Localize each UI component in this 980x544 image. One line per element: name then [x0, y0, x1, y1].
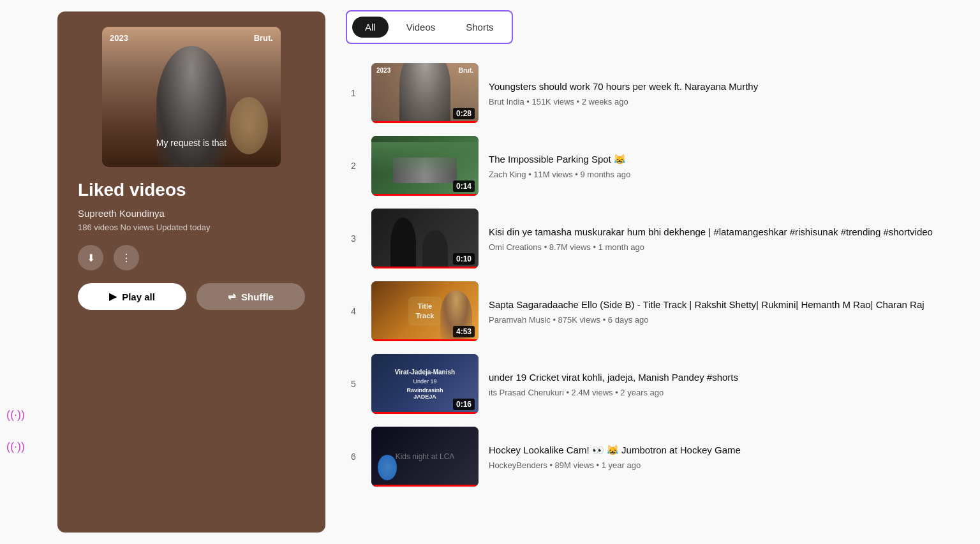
video-duration: 0:28 — [453, 108, 475, 119]
video-progress-bar — [371, 267, 479, 268]
tab-shorts[interactable]: Shorts — [453, 17, 506, 38]
video-thumbnail: Kids night at LCA — [371, 427, 479, 487]
video-item[interactable]: 6 Kids night at LCA Hockey Lookalike Cam… — [346, 420, 960, 493]
shuffle-label: Shuffle — [241, 291, 274, 302]
playlist-buttons-row: ▶ Play all ⇌ Shuffle — [78, 283, 305, 310]
playlist-meta: 186 videos No views Updated today — [78, 223, 305, 232]
video-item[interactable]: 4 TitleTrack 4:53 Sapta Sagaradaache Ell… — [346, 275, 960, 348]
play-icon: ▶ — [109, 291, 117, 302]
video-title: Kisi din ye tamasha muskurakar hum bhi d… — [489, 225, 960, 239]
tab-all[interactable]: All — [352, 17, 389, 38]
side-decoration-bottom: ((·)) — [6, 440, 25, 453]
tab-videos[interactable]: Videos — [394, 17, 449, 38]
video-thumbnail: Virat-Jadeja-Manish Under 19 Ravindrasin… — [371, 354, 479, 414]
filter-tabs: All Videos Shorts — [346, 10, 513, 44]
wifi-icon-bottom: ((·)) — [6, 440, 25, 453]
playlist-title: Liked videos — [78, 180, 305, 200]
video-number: 4 — [346, 306, 361, 316]
video-title: Sapta Sagaradaache Ello (Side B) - Title… — [489, 298, 960, 311]
video-title: under 19 Cricket virat kohli, jadeja, Ma… — [489, 371, 960, 384]
video-duration: 0:16 — [453, 399, 475, 410]
video-number: 6 — [346, 452, 361, 462]
video-number: 1 — [346, 88, 361, 98]
video-info: Hockey Lookalike Cam! 👀 😹 Jumbotron at H… — [489, 443, 960, 470]
video-item[interactable]: 1 2023 Brut. 0:28 Youngsters should work… — [346, 57, 960, 129]
content-area: All Videos Shorts 1 2023 Brut. 0:28 Youn… — [325, 0, 980, 544]
video-progress-bar — [371, 121, 479, 123]
video-item[interactable]: 3 0:10 Kisi din ye tamasha muskurakar hu… — [346, 202, 960, 275]
video-info: Youngsters should work 70 hours per week… — [489, 80, 960, 107]
playlist-owner: Supreeth Koundinya — [78, 208, 305, 219]
download-button[interactable]: ⬇ — [78, 245, 103, 270]
video-list: 1 2023 Brut. 0:28 Youngsters should work… — [346, 57, 960, 493]
shuffle-icon: ⇌ — [228, 291, 236, 302]
video-duration: 0:14 — [453, 180, 475, 192]
play-all-button[interactable]: ▶ Play all — [78, 283, 186, 310]
more-options-button[interactable]: ⋮ — [114, 245, 139, 270]
side-decoration-top: ((·)) — [6, 408, 25, 422]
video-title: Youngsters should work 70 hours per week… — [489, 80, 960, 93]
playlist-actions-row: ⬇ ⋮ — [78, 245, 305, 270]
video-meta: HockeyBenders • 89M views • 1 year ago — [489, 460, 960, 470]
wifi-icon-top: ((·)) — [6, 408, 25, 422]
video-progress-bar — [371, 339, 479, 341]
video-duration: 4:53 — [453, 326, 475, 337]
video-number: 5 — [346, 379, 361, 389]
video-meta: Paramvah Music • 875K views • 6 days ago — [489, 315, 960, 325]
video-thumbnail: 0:14 — [371, 136, 479, 196]
video-info: The Impossible Parking Spot 😹 Zach King … — [489, 152, 960, 179]
video-meta: Zach King • 11M views • 9 months ago — [489, 170, 960, 179]
video-duration: 0:10 — [453, 253, 475, 265]
video-meta: its Prasad Cherukuri • 2.4M views • 2 ye… — [489, 388, 960, 397]
video-title: The Impossible Parking Spot 😹 — [489, 152, 960, 166]
video-item[interactable]: 5 Virat-Jadeja-Manish Under 19 Ravindras… — [346, 348, 960, 420]
thumbnail-brand: Brut. — [254, 33, 273, 43]
video-meta: Omi Creations • 8.7M views • 1 month ago — [489, 242, 960, 252]
video-info: under 19 Cricket virat kohli, jadeja, Ma… — [489, 371, 960, 397]
video-meta: Brut India • 151K views • 2 weeks ago — [489, 97, 960, 107]
shuffle-button[interactable]: ⇌ Shuffle — [197, 283, 305, 310]
playlist-thumbnail: 2023 Brut. My request is that — [102, 27, 281, 167]
video-number: 3 — [346, 233, 361, 244]
video-progress-bar — [371, 412, 479, 414]
play-all-label: Play all — [122, 291, 155, 302]
download-icon: ⬇ — [87, 252, 95, 264]
video-title: Hockey Lookalike Cam! 👀 😹 Jumbotron at H… — [489, 443, 960, 457]
video-info: Kisi din ye tamasha muskurakar hum bhi d… — [489, 225, 960, 252]
video-progress-bar — [371, 194, 479, 196]
video-item[interactable]: 2 0:14 The Impossible Parking Spot 😹 Zac… — [346, 129, 960, 202]
video-thumbnail: 2023 Brut. 0:28 — [371, 63, 479, 123]
video-thumbnail: TitleTrack 4:53 — [371, 281, 479, 341]
video-number: 2 — [346, 161, 361, 171]
more-icon: ⋮ — [121, 252, 131, 264]
thumbnail-caption: My request is that — [102, 138, 281, 148]
video-thumbnail: 0:10 — [371, 209, 479, 268]
sidebar-panel: 2023 Brut. My request is that Liked vide… — [57, 11, 325, 533]
thumbnail-year: 2023 — [110, 33, 128, 43]
video-info: Sapta Sagaradaache Ello (Side B) - Title… — [489, 298, 960, 325]
video-progress-bar — [371, 485, 479, 487]
